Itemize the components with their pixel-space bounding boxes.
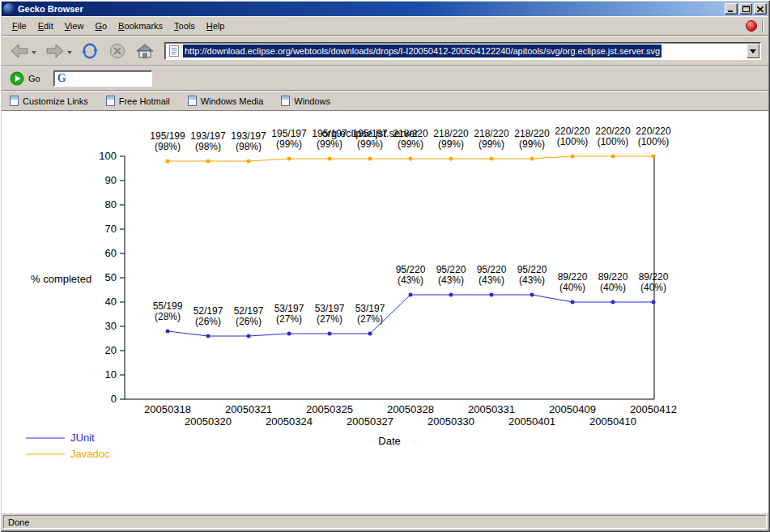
bookmark-free-hotmail[interactable]: Free Hotmail bbox=[106, 96, 170, 106]
menu-items: FileEditViewGoBookmarksToolsHelp bbox=[6, 19, 230, 33]
go-label: Go bbox=[28, 74, 40, 83]
svg-text:220/220(100%): 220/220(100%) bbox=[555, 126, 590, 147]
chart: 0102030405060708090100200503182005032020… bbox=[2, 111, 768, 513]
bookmark-page-icon bbox=[281, 96, 290, 106]
svg-text:100: 100 bbox=[99, 150, 117, 162]
maximize-button[interactable] bbox=[739, 3, 752, 15]
svg-text:95/220(43%): 95/220(43%) bbox=[477, 264, 507, 286]
forward-arrow-icon bbox=[45, 42, 66, 60]
svg-text:53/197(27%): 53/197(27%) bbox=[274, 303, 304, 325]
svg-text:218/220(99%): 218/220(99%) bbox=[393, 128, 428, 150]
svg-text:95/220(43%): 95/220(43%) bbox=[436, 264, 466, 286]
maximize-icon bbox=[742, 6, 750, 12]
activity-indicator-icon bbox=[746, 20, 757, 32]
svg-text:20050331: 20050331 bbox=[468, 403, 515, 415]
svg-text:40: 40 bbox=[105, 296, 117, 308]
status-text-field: Done bbox=[3, 515, 767, 529]
svg-text:220/220(100%): 220/220(100%) bbox=[636, 126, 671, 147]
minimize-button[interactable] bbox=[725, 3, 738, 15]
svg-text:193/197(98%): 193/197(98%) bbox=[190, 130, 226, 152]
status-text: Done bbox=[8, 517, 29, 527]
svg-text:20050327: 20050327 bbox=[347, 415, 394, 428]
menu-view[interactable]: View bbox=[59, 19, 90, 33]
bookmark-page-icon bbox=[106, 96, 115, 106]
svg-text:Date: Date bbox=[378, 435, 400, 447]
svg-text:193/197(98%): 193/197(98%) bbox=[231, 130, 266, 152]
svg-text:% completed: % completed bbox=[31, 273, 91, 285]
home-button[interactable] bbox=[132, 39, 158, 63]
window-controls bbox=[725, 3, 767, 15]
bookmark-label: Windows Media bbox=[201, 96, 264, 106]
menubar: FileEditViewGoBookmarksToolsHelp bbox=[2, 16, 768, 36]
svg-text:10: 10 bbox=[105, 368, 117, 381]
svg-text:20050409: 20050409 bbox=[549, 403, 596, 415]
svg-text:90: 90 bbox=[105, 174, 117, 186]
titlebar[interactable]: Gecko Browser bbox=[2, 2, 768, 16]
page-icon bbox=[167, 44, 181, 58]
svg-text:60: 60 bbox=[105, 247, 117, 259]
bookmark-page-icon bbox=[188, 96, 197, 106]
svg-text:70: 70 bbox=[105, 223, 117, 235]
menu-tools[interactable]: Tools bbox=[168, 19, 201, 33]
svg-text:218/220(99%): 218/220(99%) bbox=[433, 128, 469, 150]
menu-go[interactable]: Go bbox=[89, 19, 113, 33]
reload-button[interactable] bbox=[77, 39, 103, 63]
google-logo-icon: G bbox=[57, 73, 66, 84]
close-button[interactable] bbox=[754, 3, 767, 15]
go-button[interactable]: Go bbox=[10, 71, 40, 86]
menu-help[interactable]: Help bbox=[201, 19, 231, 33]
svg-text:Javadoc: Javadoc bbox=[70, 448, 110, 460]
window-title: Gecko Browser bbox=[18, 4, 725, 14]
svg-text:20050412: 20050412 bbox=[630, 403, 677, 415]
svg-text:89/220(40%): 89/220(40%) bbox=[598, 271, 628, 293]
reload-icon bbox=[80, 42, 100, 60]
svg-text:55/199(28%): 55/199(28%) bbox=[153, 300, 183, 322]
back-dropdown-icon[interactable] bbox=[32, 51, 36, 54]
svg-text:95/220(43%): 95/220(43%) bbox=[396, 264, 426, 286]
svg-text:218/220(99%): 218/220(99%) bbox=[474, 128, 509, 150]
forward-button[interactable] bbox=[41, 39, 75, 63]
url-bar[interactable]: http://download.eclipse.org/webtools/dow… bbox=[164, 42, 761, 60]
svg-text:195/199(98%): 195/199(98%) bbox=[150, 130, 185, 152]
statusbar: Done bbox=[2, 513, 768, 530]
svg-text:20050330: 20050330 bbox=[428, 415, 474, 428]
svg-text:20: 20 bbox=[105, 344, 117, 356]
svg-text:20050321: 20050321 bbox=[225, 403, 272, 415]
go-icon bbox=[10, 71, 24, 86]
svg-text:20050324: 20050324 bbox=[266, 415, 313, 428]
back-arrow-icon bbox=[9, 42, 30, 60]
svg-text:95/220(43%): 95/220(43%) bbox=[517, 264, 547, 286]
menu-bookmarks[interactable]: Bookmarks bbox=[113, 19, 168, 33]
svg-text:20050320: 20050320 bbox=[185, 415, 232, 428]
svg-text:89/220(40%): 89/220(40%) bbox=[558, 271, 588, 293]
navigation-toolbar: http://download.eclipse.org/webtools/dow… bbox=[2, 36, 768, 66]
bookmark-label: Free Hotmail bbox=[119, 96, 170, 106]
svg-text:80: 80 bbox=[105, 198, 117, 211]
svg-text:0: 0 bbox=[111, 393, 117, 405]
svg-text:53/197(27%): 53/197(27%) bbox=[355, 303, 385, 325]
url-text[interactable]: http://download.eclipse.org/webtools/dow… bbox=[183, 45, 662, 57]
go-toolbar: Go G bbox=[2, 66, 768, 91]
svg-text:20050318: 20050318 bbox=[144, 403, 191, 415]
forward-dropdown-icon[interactable] bbox=[67, 51, 72, 54]
url-dropdown-button[interactable] bbox=[747, 44, 759, 58]
bookmark-label: Customize Links bbox=[23, 96, 88, 106]
bookmark-label: Windows bbox=[294, 96, 330, 106]
bookmark-windows[interactable]: Windows bbox=[281, 96, 330, 106]
stop-button[interactable] bbox=[104, 39, 130, 63]
svg-text:195/197(99%): 195/197(99%) bbox=[271, 128, 307, 150]
bookmark-windows-media[interactable]: Windows Media bbox=[188, 96, 264, 106]
chevron-down-icon bbox=[750, 49, 756, 53]
menu-edit[interactable]: Edit bbox=[32, 19, 59, 33]
stop-icon bbox=[108, 42, 127, 60]
back-button[interactable] bbox=[6, 39, 40, 63]
bookmark-customize-links[interactable]: Customize Links bbox=[10, 96, 88, 106]
bookmark-page-icon bbox=[10, 96, 19, 106]
toolbar-separator bbox=[762, 19, 764, 32]
svg-text:220/220(100%): 220/220(100%) bbox=[595, 126, 631, 147]
menu-file[interactable]: File bbox=[6, 19, 32, 33]
svg-text:20050401: 20050401 bbox=[508, 415, 555, 428]
search-input[interactable]: G bbox=[53, 70, 152, 87]
svg-text:20050410: 20050410 bbox=[589, 415, 636, 428]
svg-text:30: 30 bbox=[105, 320, 117, 332]
